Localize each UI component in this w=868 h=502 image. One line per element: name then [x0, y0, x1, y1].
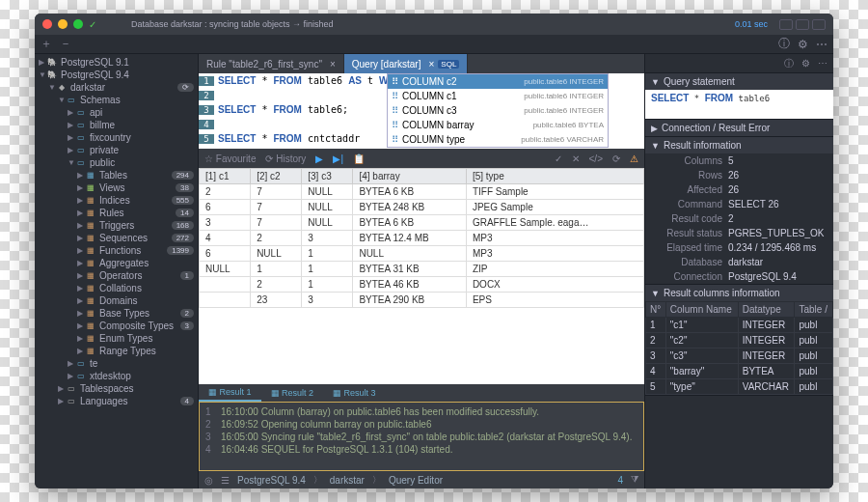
log-panel: 116:10:00 Column (barray) on public.tabl… [199, 402, 644, 471]
autocomplete-item[interactable]: ⠿COLUMN c3public.table6 INTEGER [388, 103, 608, 118]
tree-item[interactable]: ▶▭api [35, 106, 198, 119]
inspector-panel: ⓘ ⚙ ⋯ ▼ Query statement SELECT * FROM ta… [644, 54, 833, 488]
tree-item[interactable]: ▶▭private [35, 144, 198, 156]
result-row[interactable]: NULL11BYTEA 31 KBZIP [200, 262, 644, 277]
tree-item[interactable]: ▼🐘PostgreSQL 9.4 [35, 69, 198, 81]
tree-item[interactable]: ▶▭billme [35, 119, 198, 131]
tree-item[interactable]: ▼◆darkstar⟳ [35, 81, 198, 94]
explain-icon[interactable]: 📋 [353, 153, 365, 164]
tree-item[interactable]: ▶▦Sequences272 [35, 232, 198, 244]
result-row[interactable]: 6NULL1NULLMP3 [200, 246, 644, 262]
tree-item[interactable]: ▶▦Indices555 [35, 194, 198, 207]
inspector-more-icon[interactable]: ⋯ [818, 58, 827, 69]
query-statement-header[interactable]: ▼ Query statement [645, 73, 833, 90]
tree-item[interactable]: ▶▦Functions1399 [35, 244, 198, 257]
result-columns-header[interactable]: ▼ Result columns information [645, 285, 833, 301]
tree-item[interactable]: ▶▦Rules14 [35, 207, 198, 219]
breadcrumb-count: 4 [617, 475, 623, 486]
column-info-row[interactable]: 2"c2"INTEGERpubl [646, 333, 833, 349]
autocomplete-item[interactable]: ⠿COLUMN barraypublic.table6 BYTEA [388, 118, 608, 132]
close-window-button[interactable] [42, 19, 52, 29]
log-line: 316:05:00 Syncing rule "table2_r6_first_… [205, 431, 637, 443]
titlebar: ✓ Database darkstar : syncing table obje… [35, 14, 833, 35]
more-icon[interactable]: ⋯ [816, 38, 827, 51]
tree-item[interactable]: ▶▦Range Types [35, 345, 198, 357]
result-tab[interactable]: ▦ Result 2 [261, 384, 324, 402]
filter-icon[interactable]: ⧩ [631, 474, 638, 486]
add-icon[interactable]: ＋ [41, 36, 52, 52]
inspector-info-icon[interactable]: ⓘ [784, 57, 794, 70]
tree-item[interactable]: ▶▭Tablespaces [35, 382, 198, 395]
tree-item[interactable]: ▶▦Composite Types3 [35, 320, 198, 332]
info-row: Columns5 [645, 153, 833, 168]
list-icon[interactable]: ☰ [221, 475, 230, 486]
run-step-icon[interactable]: ▶| [333, 153, 343, 164]
tree-item[interactable]: ▶▦Triggers168 [35, 219, 198, 232]
refresh-icon[interactable]: ⟳ [612, 153, 620, 164]
connection-error-header[interactable]: ▶ Connection / Result Error [645, 120, 833, 136]
tree-item[interactable]: ▶🐘PostgreSQL 9.1 [35, 56, 198, 69]
history-button[interactable]: ⟳ History [265, 153, 306, 164]
editor-tab[interactable]: Query [darkstar]×SQL [344, 54, 469, 73]
result-row[interactable]: 67NULLBYTEA 248 KBJPEG Sample [200, 200, 644, 215]
result-row[interactable]: 233BYTEA 290 KBEPS [200, 293, 644, 308]
tree-item[interactable]: ▼▭public [35, 156, 198, 169]
info-row: ConnectionPostgreSQL 9.4 [645, 269, 833, 284]
column-info-row[interactable]: 4"barray"BYTEApubl [646, 364, 833, 379]
info-icon[interactable]: ⓘ [778, 36, 790, 52]
result-tab[interactable]: ▦ Result 1 [199, 384, 261, 402]
column-info-row[interactable]: 5"type"VARCHARpubl [646, 379, 833, 395]
result-row[interactable]: 37NULLBYTEA 6 KBGRAFFLE Sample. eaga… [200, 215, 644, 231]
column-info-row[interactable]: 3"c3"INTEGERpubl [646, 349, 833, 364]
gear-icon[interactable]: ⚙ [798, 38, 808, 51]
tree-item[interactable]: ▶▭xtdesktop [35, 370, 198, 382]
autocomplete-item[interactable]: ⠿COLUMN c2public.table6 INTEGER [388, 74, 608, 89]
inspector-gear-icon[interactable]: ⚙ [801, 58, 810, 69]
autocomplete-item[interactable]: ⠿COLUMN c1public.table6 INTEGER [388, 89, 608, 103]
log-line: 216:09:52 Opening column barray on publi… [205, 418, 637, 431]
run-icon[interactable]: ▶ [315, 153, 323, 164]
info-row: Elapsed time0.234 / 1295.468 ms [645, 240, 833, 255]
tree-item[interactable]: ▶▦Enum Types [35, 332, 198, 345]
breadcrumb-editor[interactable]: Query Editor [389, 475, 443, 486]
target-icon[interactable]: ◎ [204, 475, 213, 486]
tree-item[interactable]: ▶▦Base Types2 [35, 307, 198, 320]
breadcrumb-db[interactable]: darkstar [330, 475, 365, 486]
tree-item[interactable]: ▶▭fixcountry [35, 131, 198, 144]
tree-item[interactable]: ▶▦Operators1 [35, 269, 198, 282]
result-row[interactable]: 21BYTEA 46 KBDOCX [200, 277, 644, 293]
app-window: ✓ Database darkstar : syncing table obje… [35, 14, 833, 488]
tree-item[interactable]: ▶▭te [35, 357, 198, 370]
result-info-header[interactable]: ▼ Result information [645, 137, 833, 153]
minus-icon[interactable]: － [60, 36, 71, 52]
layout-button-3[interactable] [812, 19, 826, 30]
tree-item[interactable]: ▶▦Tables294 [35, 169, 198, 181]
status-text: Database darkstar : syncing table object… [131, 19, 729, 29]
commit-icon[interactable]: ✓ [555, 153, 562, 164]
column-info-row[interactable]: 1"c1"INTEGERpubl [646, 318, 833, 333]
sql-editor[interactable]: 1SELECT * FROM table6 AS t WHERE t. = 'E… [199, 73, 644, 149]
cancel-icon[interactable]: ✕ [572, 153, 580, 164]
layout-button-2[interactable] [796, 19, 809, 30]
code-icon[interactable]: </> [589, 153, 603, 164]
warning-icon[interactable]: ⚠ [630, 153, 638, 164]
tree-item[interactable]: ▶▦Collations [35, 282, 198, 294]
favourite-button[interactable]: ☆ Favourite [204, 153, 256, 164]
layout-button-1[interactable] [779, 19, 793, 30]
zoom-window-button[interactable] [73, 19, 83, 29]
result-row[interactable]: 27NULLBYTEA 6 KBTIFF Sample [200, 184, 644, 200]
result-row[interactable]: 423BYTEA 12.4 MBMP3 [200, 231, 644, 246]
minimize-window-button[interactable] [58, 19, 68, 29]
tree-item[interactable]: ▶▭Languages4 [35, 395, 198, 407]
tree-item[interactable]: ▶▦Aggregates [35, 257, 198, 269]
breadcrumb-server[interactable]: PostgreSQL 9.4 [237, 475, 306, 486]
editor-toolbar: ☆ Favourite ⟳ History ▶ ▶| 📋 ✓ ✕ </> ⟳ ⚠ [199, 149, 644, 168]
result-tab[interactable]: ▦ Result 3 [323, 384, 386, 402]
tree-item[interactable]: ▶▦Views38 [35, 181, 198, 194]
autocomplete-item[interactable]: ⠿COLUMN typepublic.table6 VARCHAR [388, 132, 608, 147]
check-icon: ✓ [89, 19, 96, 30]
tree-item[interactable]: ▶▦Domains [35, 294, 198, 307]
results-grid[interactable]: [1] c1[2] c2[3] c3[4] barray[5] type27NU… [199, 168, 644, 384]
tree-item[interactable]: ▼▭Schemas [35, 94, 198, 106]
editor-tab[interactable]: Rule "table2_r6_first_sync"× [199, 54, 344, 73]
